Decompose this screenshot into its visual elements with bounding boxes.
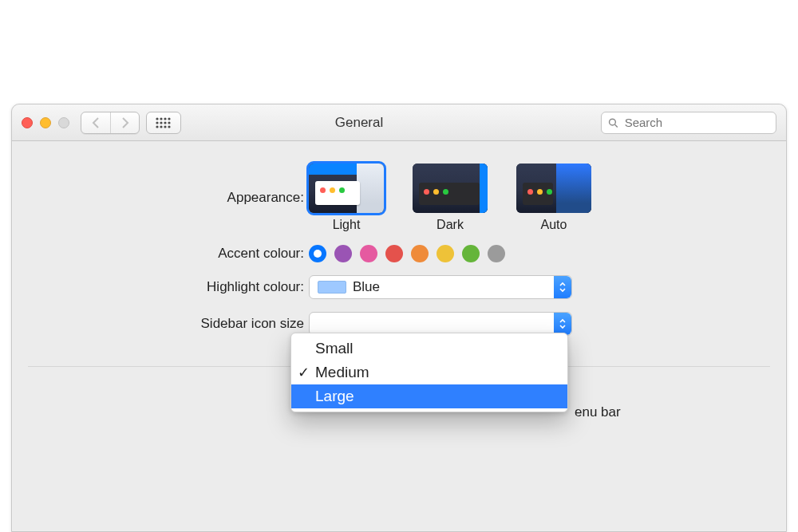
accent-swatch-grey[interactable] [488,245,505,262]
search-input[interactable] [623,115,769,130]
menu-item-label: Medium [315,364,369,381]
accent-swatch-blue[interactable] [309,245,326,262]
svg-line-13 [615,124,618,127]
appearance-option-dark[interactable]: Dark [413,164,488,232]
zoom-window-button [58,117,69,128]
back-button[interactable] [81,112,110,133]
sidebar-icon-size-label: Sidebar icon size [28,316,309,332]
accent-swatch-red[interactable] [385,245,403,262]
search-field[interactable] [601,112,776,134]
search-icon [608,117,618,128]
accent-swatch-yellow[interactable] [437,245,454,262]
appearance-options: Light Dark [309,164,591,232]
accent-swatch-purple[interactable] [334,245,352,262]
appearance-caption: Auto [541,218,567,232]
appearance-caption: Light [333,218,361,232]
popup-stepper-icon [554,313,571,335]
highlight-colour-label: Highlight colour: [28,279,309,295]
accent-swatch-pink[interactable] [360,245,377,262]
accent-swatch-orange[interactable] [411,245,429,262]
minimize-window-button[interactable] [40,117,51,128]
menu-item-medium[interactable]: ✓ Medium [291,361,567,384]
highlight-colour-value: Blue [353,279,380,295]
checkmark-icon: ✓ [298,364,310,381]
titlebar: General [12,104,786,141]
menu-item-small[interactable]: Small [291,337,567,361]
highlight-swatch-icon [318,281,346,294]
menu-item-label: Large [315,388,354,405]
popup-stepper-icon [554,276,571,298]
menu-item-large[interactable]: Large [291,384,567,408]
appearance-label: Appearance: [28,190,309,206]
window-title: General [124,115,595,131]
accent-swatch-green[interactable] [462,245,480,262]
appearance-caption: Dark [437,218,464,232]
svg-point-12 [610,119,616,125]
appearance-thumbnail-light [309,164,384,213]
highlight-colour-popup[interactable]: Blue [309,275,572,299]
sidebar-icon-size-menu: Small ✓ Medium Large [290,333,568,412]
content-area: Appearance: Light [12,141,786,375]
traffic-lights [22,117,69,128]
preferences-window: General Appearance: [11,104,787,532]
chevron-right-icon [121,117,129,128]
appearance-option-auto[interactable]: Auto [516,164,591,232]
menu-item-label: Small [315,340,354,357]
chevron-left-icon [92,117,100,128]
close-window-button[interactable] [22,117,33,128]
menu-bar-text-fragment: enu bar [575,404,621,420]
accent-colour-swatches [309,245,505,262]
appearance-thumbnail-auto [516,164,591,213]
accent-colour-label: Accent colour: [28,246,309,262]
appearance-thumbnail-dark [413,164,488,213]
appearance-option-light[interactable]: Light [309,164,384,232]
